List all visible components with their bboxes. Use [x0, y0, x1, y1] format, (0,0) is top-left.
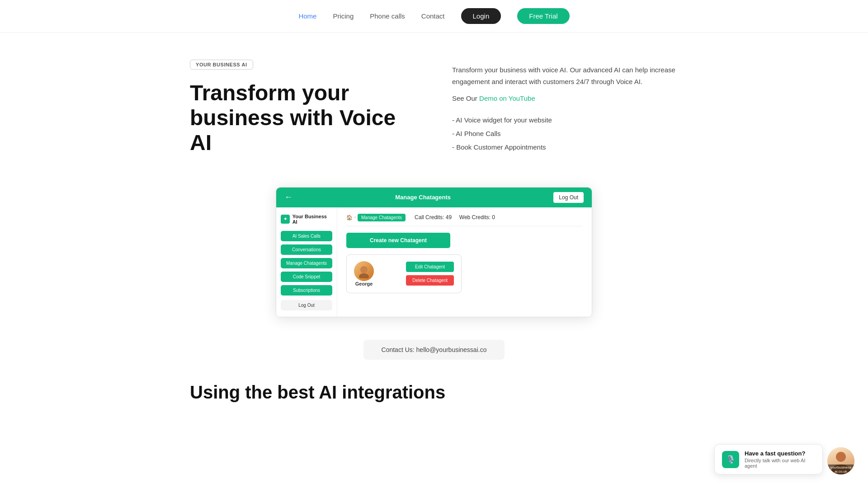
contact-pill: Contact Us: hello@yourbusinessai.co	[363, 340, 505, 360]
nav-home[interactable]: Home	[298, 12, 316, 20]
free-trial-button[interactable]: Free Trial	[517, 8, 569, 24]
bottom-section: Using the best AI integrations	[163, 382, 705, 430]
back-arrow[interactable]: ←	[284, 192, 292, 202]
breadcrumb-chevron: ›	[354, 215, 356, 220]
dash-topbar-logout-button[interactable]: Log Out	[553, 192, 584, 203]
hero-title: Transform your business with Voice AI	[190, 80, 416, 155]
sidebar-code-snippet[interactable]: Code Snippet	[281, 272, 332, 282]
dash-logo-icon: ✦	[281, 215, 290, 224]
hero-badge: YOUR BUSINESS AI	[190, 60, 253, 70]
sidebar-subscriptions[interactable]: Subscriptions	[281, 285, 332, 296]
feature-1: - AI Voice widget for your website	[452, 113, 678, 127]
sidebar-manage-chatagents[interactable]: Manage Chatagents	[281, 258, 332, 268]
hero-features: - AI Voice widget for your website - AI …	[452, 113, 678, 154]
breadcrumb-active: Manage Chatagents	[358, 214, 406, 221]
sidebar-logout-button[interactable]: Log Out	[281, 300, 332, 310]
dash-logo-text: Your Business AI	[292, 214, 332, 225]
chatagent-card: George Edit Chatagent Delete Chatagent	[346, 254, 462, 293]
sidebar-ai-sales-calls[interactable]: AI Sales Calls	[281, 231, 332, 241]
feature-2: - AI Phone Calls	[452, 127, 678, 141]
chatagent-card-buttons: Edit Chatagent Delete Chatagent	[406, 262, 454, 286]
avatar-svg	[357, 264, 371, 278]
delete-chatagent-button[interactable]: Delete Chatagent	[406, 275, 454, 286]
chatagent-card-left: George	[354, 261, 374, 286]
chatagent-avatar	[354, 261, 374, 281]
hero-left: YOUR BUSINESS AI Transform your business…	[190, 60, 416, 164]
dash-sidebar: ✦ Your Business AI AI Sales Calls Conver…	[276, 207, 337, 317]
nav-phone-calls[interactable]: Phone calls	[370, 12, 405, 20]
hero-see-our: See Our Demo on YouTube	[452, 93, 678, 104]
hero-description: Transform your business with voice AI. O…	[452, 64, 678, 87]
dashboard-wrapper: ← Manage Chatagents Log Out ✦ Your Busin…	[163, 187, 705, 317]
dash-logo: ✦ Your Business AI	[281, 214, 332, 225]
dashboard-mock: ← Manage Chatagents Log Out ✦ Your Busin…	[276, 187, 592, 317]
contact-bar: Contact Us: hello@yourbusinessai.co	[163, 340, 705, 360]
svg-point-0	[360, 266, 368, 273]
dash-topbar-title: Manage Chatagents	[395, 194, 451, 201]
home-icon: 🏠	[346, 215, 353, 221]
call-credits: Call Credits: 49 Web Credits: 0	[415, 214, 495, 221]
dash-body: ✦ Your Business AI AI Sales Calls Conver…	[276, 207, 592, 317]
nav-pricing[interactable]: Pricing	[333, 12, 354, 20]
hero-section: YOUR BUSINESS AI Transform your business…	[163, 60, 705, 164]
feature-3: - Book Customer Appointments	[452, 141, 678, 154]
sidebar-conversations[interactable]: Conversations	[281, 244, 332, 255]
navbar: Home Pricing Phone calls Contact Login F…	[0, 0, 868, 33]
login-button[interactable]: Login	[461, 8, 501, 24]
hero-right: Transform your business with voice AI. O…	[452, 60, 678, 154]
nav-contact[interactable]: Contact	[421, 12, 445, 20]
dash-main: 🏠 › Manage Chatagents Call Credits: 49 W…	[337, 207, 592, 317]
edit-chatagent-button[interactable]: Edit Chatagent	[406, 262, 454, 272]
svg-point-1	[359, 273, 369, 278]
demo-youtube-link[interactable]: Demo on YouTube	[479, 94, 535, 102]
bottom-title: Using the best AI integrations	[190, 382, 678, 403]
chatagent-name: George	[355, 281, 373, 286]
dash-header-row: 🏠 › Manage Chatagents Call Credits: 49 W…	[346, 214, 583, 226]
dash-topbar: ← Manage Chatagents Log Out	[276, 188, 592, 207]
create-chatagent-button[interactable]: Create new Chatagent	[346, 233, 450, 248]
